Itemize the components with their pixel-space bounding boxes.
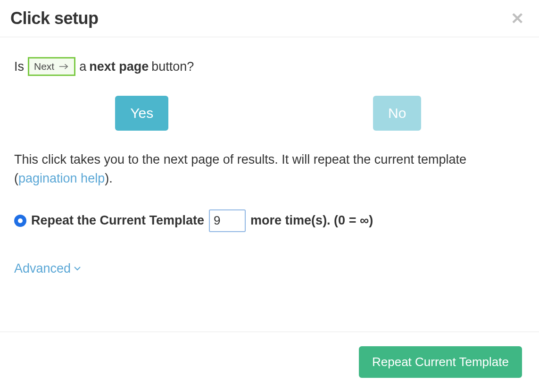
question-suffix: button? bbox=[151, 58, 194, 76]
modal-title: Click setup bbox=[10, 8, 99, 28]
repeat-radio[interactable] bbox=[14, 215, 26, 227]
no-button[interactable]: No bbox=[373, 96, 421, 131]
question-prefix: Is bbox=[14, 58, 24, 76]
description: This click takes you to the next page of… bbox=[14, 150, 525, 187]
modal-body: Is Next a next page button? Yes No This … bbox=[0, 37, 539, 332]
advanced-toggle[interactable]: Advanced bbox=[14, 259, 81, 278]
repeat-label-after: more time(s). (0 = ∞) bbox=[250, 211, 373, 230]
description-text-after: ). bbox=[105, 171, 113, 185]
repeat-template-button[interactable]: Repeat Current Template bbox=[359, 346, 522, 378]
click-setup-modal: Click setup ✕ Is Next a next page button… bbox=[0, 0, 539, 392]
pagination-help-link[interactable]: pagination help bbox=[18, 171, 105, 185]
yes-no-row: Yes No bbox=[14, 96, 525, 131]
question-line: Is Next a next page button? bbox=[14, 57, 525, 76]
arrow-right-icon bbox=[59, 63, 68, 70]
next-pill: Next bbox=[28, 57, 75, 76]
next-pill-label: Next bbox=[34, 59, 54, 74]
repeat-label-before: Repeat the Current Template bbox=[31, 211, 204, 230]
close-icon[interactable]: ✕ bbox=[507, 8, 528, 28]
question-emphasis: next page bbox=[89, 58, 149, 76]
advanced-label: Advanced bbox=[14, 259, 71, 278]
repeat-row: Repeat the Current Template more time(s)… bbox=[14, 209, 525, 232]
no-cell: No bbox=[270, 96, 525, 131]
yes-button[interactable]: Yes bbox=[115, 96, 168, 131]
question-middle: a bbox=[79, 58, 86, 76]
repeat-count-input[interactable] bbox=[209, 209, 246, 232]
chevron-down-icon bbox=[74, 266, 81, 271]
modal-header: Click setup ✕ bbox=[0, 0, 539, 37]
modal-footer: Repeat Current Template bbox=[0, 332, 539, 392]
yes-cell: Yes bbox=[14, 96, 270, 131]
